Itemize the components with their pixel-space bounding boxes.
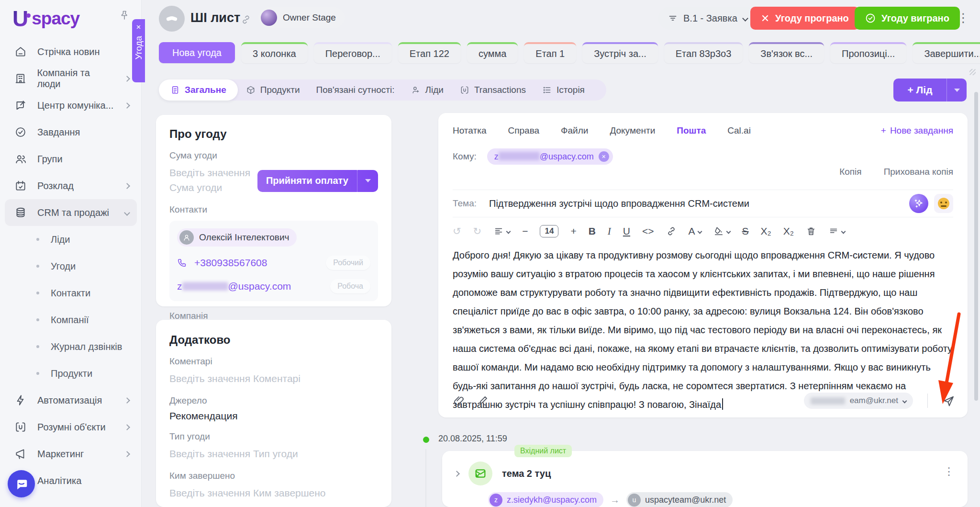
send-icon[interactable] bbox=[942, 394, 955, 407]
paragraph-format-button[interactable] bbox=[493, 226, 510, 237]
align-button[interactable] bbox=[828, 226, 845, 237]
stage-pill[interactable]: Завершити... bbox=[913, 42, 980, 63]
accept-payment-button[interactable]: Прийняти оплату bbox=[257, 170, 378, 192]
stage-pill[interactable]: Етап 83р3о3 bbox=[664, 42, 743, 63]
tab-note[interactable]: Нотатка bbox=[453, 125, 487, 136]
field-placeholder[interactable]: Введіть значення Коментарі bbox=[169, 371, 378, 386]
sidebar-item-contacts[interactable]: Контакти bbox=[0, 280, 142, 306]
sidebar-item-marketing[interactable]: Маркетинг bbox=[0, 440, 142, 467]
sidebar-item-schedule[interactable]: Розклад bbox=[0, 172, 142, 199]
bcc-link[interactable]: Прихована копія bbox=[884, 167, 953, 177]
recipient-chip[interactable]: z@uspacy.com × bbox=[487, 148, 613, 165]
payment-dropdown[interactable] bbox=[357, 170, 378, 192]
owner-stage-chip[interactable]: Owner Stage bbox=[258, 7, 345, 28]
add-lead-button[interactable]: + Лід bbox=[893, 79, 967, 101]
uspacy-logo[interactable]: U spacy bbox=[12, 6, 79, 32]
scrollbar-thumb[interactable] bbox=[974, 92, 978, 401]
deal-lost-button[interactable]: Угоду програно bbox=[750, 7, 859, 30]
stage-pill[interactable]: Зв'язок вс... bbox=[749, 42, 824, 63]
redo-button[interactable]: ↻ bbox=[473, 225, 482, 237]
subject-input[interactable]: Підтвердження зустрічі щодо впровадження… bbox=[489, 198, 749, 209]
subscript-button[interactable]: X₂ bbox=[761, 225, 771, 237]
header-kebab-menu[interactable]: ⋮ bbox=[957, 11, 969, 24]
pin-icon[interactable] bbox=[119, 10, 130, 21]
stage-pill[interactable]: Пропозиці... bbox=[830, 42, 906, 63]
incoming-subject[interactable]: тема 2 туц bbox=[502, 468, 551, 479]
tab-activity[interactable]: Справа bbox=[508, 125, 540, 136]
stage-pill[interactable]: 3 колонка bbox=[241, 42, 308, 63]
sidebar-item-smart-objects[interactable]: Розумні об'єкти bbox=[0, 414, 142, 440]
cc-link[interactable]: Копія bbox=[839, 167, 861, 177]
chat-widget-button[interactable] bbox=[8, 470, 35, 497]
font-size-increase-button[interactable]: + bbox=[570, 225, 576, 237]
undo-button[interactable]: ↺ bbox=[453, 225, 461, 237]
code-button[interactable]: <> bbox=[642, 225, 654, 237]
sidebar-item-communication-center[interactable]: Центр комуніка... bbox=[0, 92, 142, 119]
tab-products[interactable]: Продукти bbox=[238, 79, 308, 101]
expand-chevron-icon[interactable] bbox=[454, 471, 460, 477]
from-chip[interactable]: z z.siedykh@uspacy.com bbox=[488, 492, 603, 507]
sender-account-selector[interactable]: eam@ukr.net bbox=[804, 393, 913, 409]
sidebar-item-newsfeed[interactable]: Стрічка новин bbox=[0, 38, 142, 65]
superscript-button[interactable]: X₂ bbox=[783, 225, 794, 237]
tab-mail[interactable]: Пошта bbox=[677, 125, 706, 136]
stage-pill-active[interactable]: Нова угода bbox=[159, 42, 235, 63]
contact-email[interactable]: z@uspacy.com bbox=[177, 281, 291, 292]
tab-transactions[interactable]: Transactions bbox=[452, 79, 534, 101]
sidebar-item-products[interactable]: Продукти bbox=[0, 360, 142, 387]
tab-leads[interactable]: Ліди bbox=[403, 79, 452, 101]
tab-general[interactable]: Загальне bbox=[159, 79, 238, 101]
close-icon[interactable]: × bbox=[136, 23, 141, 31]
deal-ribbon-tab[interactable]: × Угода bbox=[132, 19, 145, 82]
attachment-icon[interactable] bbox=[453, 394, 465, 407]
underline-button[interactable]: U bbox=[623, 225, 630, 237]
sidebar-item-company-people[interactable]: Компанія та люди bbox=[0, 65, 142, 92]
italic-button[interactable]: I bbox=[608, 225, 611, 237]
sidebar-item-automation[interactable]: Автоматизація bbox=[0, 387, 142, 414]
remove-recipient-icon[interactable]: × bbox=[599, 151, 609, 162]
bold-button[interactable]: B bbox=[589, 225, 596, 237]
highlight-color-button[interactable] bbox=[713, 226, 730, 237]
email-body-editor[interactable]: Доброго дня! Дякую за цікаву та продукти… bbox=[453, 246, 953, 414]
field-placeholder[interactable]: Введіть значення Ким завершено bbox=[169, 485, 378, 500]
signature-icon[interactable] bbox=[478, 394, 490, 407]
stage-pill[interactable]: Переговор... bbox=[314, 42, 392, 63]
font-size-value[interactable]: 14 bbox=[540, 225, 558, 237]
sidebar-item-crm[interactable]: CRM та продажі bbox=[5, 199, 137, 226]
sidebar-item-companies[interactable]: Компанії bbox=[0, 306, 142, 333]
copy-link-icon[interactable] bbox=[241, 14, 251, 25]
ai-assistant-button[interactable] bbox=[909, 194, 928, 213]
stage-pill[interactable]: сумма bbox=[467, 42, 518, 63]
funnel-selector[interactable]: В.1 - Заявка bbox=[658, 7, 757, 30]
add-lead-dropdown[interactable] bbox=[947, 79, 967, 101]
sidebar-item-leads[interactable]: Ліди bbox=[0, 226, 142, 253]
deal-won-button[interactable]: Угоду виграно bbox=[855, 7, 960, 30]
new-task-button[interactable]: +Нове завдання bbox=[881, 125, 953, 136]
to-chip[interactable]: u uspacyteam@ukr.net bbox=[626, 492, 733, 507]
clear-format-button[interactable] bbox=[806, 226, 816, 237]
contact-chip[interactable]: Олексій Інтелектович bbox=[177, 228, 297, 247]
sidebar-item-call-log[interactable]: Журнал дзвінків bbox=[0, 333, 142, 360]
sidebar-item-tasks[interactable]: Завдання bbox=[0, 119, 142, 146]
tab-files[interactable]: Файли bbox=[561, 125, 588, 136]
tab-documents[interactable]: Документи bbox=[610, 125, 655, 136]
stage-pill[interactable]: Зустріч за... bbox=[582, 42, 658, 63]
contact-phone[interactable]: +380938567608 bbox=[194, 257, 267, 269]
emoji-button[interactable] bbox=[934, 194, 953, 213]
field-placeholder[interactable]: Введіть значення Тип угоди bbox=[169, 446, 378, 461]
strikethrough-button[interactable]: S bbox=[742, 225, 749, 237]
bullet-icon bbox=[36, 292, 39, 294]
tab-calai[interactable]: Cal.ai bbox=[727, 125, 751, 136]
sidebar-item-groups[interactable]: Групи bbox=[0, 146, 142, 172]
amount-placeholder[interactable]: Введіть значенняСума угоди bbox=[169, 165, 250, 195]
stage-pill[interactable]: Етап 1 bbox=[524, 42, 576, 63]
tab-history[interactable]: Історія bbox=[534, 79, 593, 101]
field-value[interactable]: Рекомендация bbox=[169, 410, 378, 422]
link-button[interactable] bbox=[666, 226, 677, 237]
font-size-decrease-button[interactable]: − bbox=[522, 225, 528, 237]
text-color-button[interactable]: A bbox=[689, 225, 702, 237]
stage-pill[interactable]: Етап 122 bbox=[398, 42, 461, 63]
sidebar-item-deals[interactable]: Угоди bbox=[0, 253, 142, 280]
incoming-mail-kebab-menu[interactable]: ⋮ bbox=[944, 466, 954, 477]
tab-related-entities[interactable]: Пов'язані сутності: bbox=[308, 79, 403, 101]
